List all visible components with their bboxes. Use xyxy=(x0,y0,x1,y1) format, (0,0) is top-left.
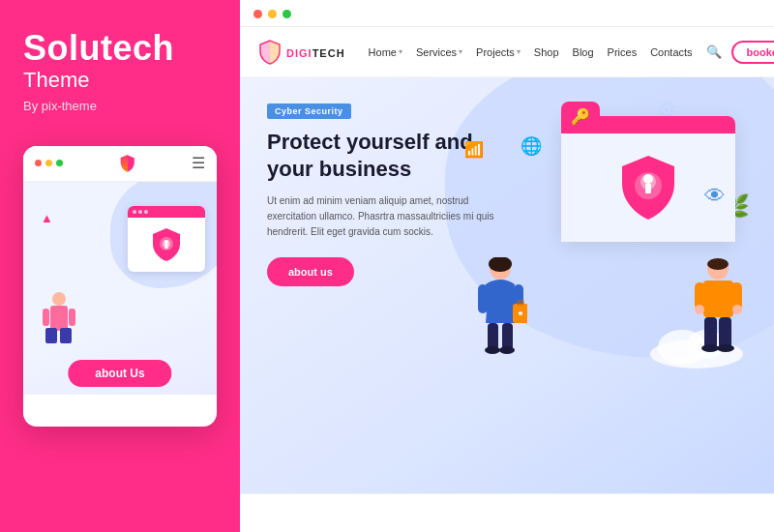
key-icon: 🔑 xyxy=(561,102,600,132)
svg-rect-16 xyxy=(478,284,488,313)
logo-text: DIGITECH xyxy=(286,44,345,61)
svg-point-4 xyxy=(52,292,66,306)
svg-rect-27 xyxy=(703,281,733,317)
nav-shop[interactable]: Shop xyxy=(534,46,559,58)
svg-rect-9 xyxy=(69,309,75,326)
mobile-wifi-icon: ▲ xyxy=(41,211,53,225)
svg-rect-6 xyxy=(45,328,57,343)
svg-point-34 xyxy=(701,344,719,352)
wifi-icon: 📶 xyxy=(464,140,484,159)
booked-button[interactable]: booked xyxy=(731,41,774,64)
search-icon[interactable]: 🔍 xyxy=(706,44,722,59)
svg-point-24 xyxy=(519,311,522,315)
nav-links: Home ▾ Services ▾ Projects ▾ Shop Blog P… xyxy=(369,44,722,59)
person-right-icon xyxy=(692,257,745,368)
mobile-mockup: ☰ ▲ xyxy=(23,146,217,427)
svg-point-26 xyxy=(707,258,729,270)
svg-rect-19 xyxy=(502,323,513,350)
svg-point-21 xyxy=(499,346,515,354)
mobile-hero-area: ▲ xyxy=(23,182,217,395)
svg-point-30 xyxy=(695,305,704,314)
site-footer-bar xyxy=(240,493,774,532)
svg-rect-13 xyxy=(645,184,651,193)
person-left-icon xyxy=(474,257,527,368)
hamburger-icon[interactable]: ☰ xyxy=(192,154,205,172)
shield-in-browser xyxy=(151,226,182,263)
site-nav: DIGITECH Home ▾ Services ▾ Projects ▾ Sh… xyxy=(240,27,774,77)
site-hero: Cyber Security Protect yourself and your… xyxy=(240,77,774,493)
svg-point-12 xyxy=(643,174,653,184)
nav-services[interactable]: Services ▾ xyxy=(416,46,462,58)
site-logo: DIGITECH xyxy=(259,40,345,65)
svg-point-35 xyxy=(717,344,734,352)
svg-point-2 xyxy=(164,240,168,244)
mobile-browser-window xyxy=(128,206,205,272)
globe-icon: 🌐 xyxy=(521,135,542,157)
svg-rect-7 xyxy=(60,328,72,343)
svg-rect-23 xyxy=(517,300,524,306)
brand-title: Solutech xyxy=(23,29,174,68)
hero-content: Cyber Security Protect yourself and your… xyxy=(240,77,511,310)
mobile-logo-area xyxy=(119,154,136,173)
nav-home[interactable]: Home ▾ xyxy=(369,46,402,58)
about-us-button[interactable]: about us xyxy=(267,257,354,286)
nav-prices[interactable]: Prices xyxy=(608,46,638,58)
hero-description: Ut enim ad minim veniam aliquip amet, no… xyxy=(267,193,511,240)
browser-dot-green xyxy=(283,10,291,18)
nav-contacts[interactable]: Contacts xyxy=(650,46,692,58)
mobile-dot-yellow xyxy=(45,160,52,166)
mobile-dot-red xyxy=(35,160,42,166)
svg-rect-33 xyxy=(719,317,731,348)
svg-rect-32 xyxy=(704,317,717,348)
nav-projects[interactable]: Projects ▾ xyxy=(476,46,521,58)
nav-blog[interactable]: Blog xyxy=(573,46,594,58)
brand-by: By pix-theme xyxy=(23,99,97,113)
left-panel: Solutech Theme By pix-theme ☰ ▲ xyxy=(0,0,240,532)
logo-tech: TECH xyxy=(313,47,345,59)
right-panel: DIGITECH Home ▾ Services ▾ Projects ▾ Sh… xyxy=(240,0,774,532)
browser-dot-red xyxy=(253,10,262,18)
main-shield-icon xyxy=(619,153,677,222)
mobile-person-left xyxy=(41,291,77,358)
browser-dot-yellow xyxy=(268,10,277,18)
svg-rect-5 xyxy=(50,306,68,331)
svg-rect-18 xyxy=(488,323,498,350)
mobile-shield-icon xyxy=(119,154,136,173)
eye-icon: 👁 xyxy=(704,184,726,209)
svg-point-31 xyxy=(732,305,742,314)
svg-rect-8 xyxy=(43,309,49,326)
svg-rect-3 xyxy=(165,244,168,249)
mobile-dots xyxy=(35,160,63,166)
browser-window-illustration xyxy=(561,116,735,242)
mobile-dot-green xyxy=(56,160,63,166)
mobile-about-us-button[interactable]: about Us xyxy=(68,360,171,387)
browser-chrome xyxy=(240,0,774,27)
brand-subtitle: Theme xyxy=(23,68,89,93)
site-logo-shield-icon xyxy=(259,40,281,65)
cyber-security-badge: Cyber Security xyxy=(267,103,351,119)
svg-point-20 xyxy=(485,346,500,354)
logo-digi: DIGI xyxy=(286,47,313,59)
mobile-top-bar: ☰ xyxy=(23,146,217,182)
